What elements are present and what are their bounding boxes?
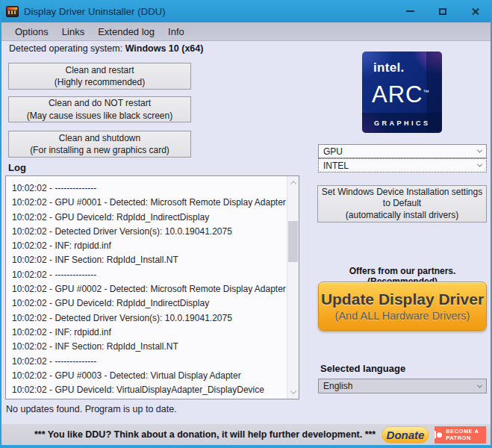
- patron-button-label: BECOME A PATRON: [446, 428, 486, 441]
- clean-shutdown-line1: Clean and shutdown: [9, 132, 190, 144]
- log-entry: 10:02:02 - INF Section: RdpIdd_Install.N…: [12, 253, 287, 267]
- log-scrollbar[interactable]: [287, 176, 299, 399]
- window-controls: ✕: [393, 0, 492, 22]
- log-entry: 10:02:02 - GPU #0001 - Detected: Microso…: [12, 196, 287, 210]
- patreon-icon: [435, 431, 443, 438]
- menu-extended-log[interactable]: Extended log: [91, 24, 161, 40]
- window-title: Display Driver Uninstaller (DDU): [24, 6, 166, 17]
- clean-no-restart-line2: (May cause issues like black screen): [9, 110, 190, 122]
- menu-info[interactable]: Info: [161, 24, 191, 40]
- clean-restart-button[interactable]: Clean and restart (Highly recommended): [8, 63, 191, 90]
- log-entry: 10:02:02 - --------------: [12, 268, 287, 282]
- log-list: 10:02:02 - --------------10:02:02 - GPU …: [6, 176, 287, 399]
- log-entry: 10:02:02 - Detected Driver Version(s): 1…: [12, 225, 287, 239]
- detected-os-line: Detected operating system: Windows 10 (x…: [9, 43, 203, 54]
- chevron-down-icon: [477, 148, 482, 153]
- settings-line2: to Default: [318, 198, 486, 210]
- clean-no-restart-button[interactable]: Clean and do NOT restart (May cause issu…: [8, 96, 191, 122]
- log-entry: 10:02:02 - GPU DeviceId: RdpIdd_Indirect…: [12, 211, 287, 225]
- settings-line3: (automatically install drivers): [318, 210, 486, 222]
- language-value: English: [323, 381, 352, 391]
- device-type-value: GPU: [323, 146, 343, 157]
- log-entry: 10:02:02 - INF: rdpidd.inf: [12, 239, 287, 253]
- vendor-value: INTEL: [323, 161, 349, 171]
- device-type-select[interactable]: GPU: [318, 144, 487, 158]
- log-entry: 10:02:02 - GPU #0003 - Detected: Virtual…: [12, 369, 287, 383]
- scroll-up-icon[interactable]: [287, 177, 299, 189]
- menu-links[interactable]: Links: [55, 24, 91, 40]
- update-status-text: No updates found. Program is up to date.: [6, 404, 177, 414]
- arc-trademark: ™: [423, 89, 429, 96]
- close-icon: ✕: [471, 6, 481, 17]
- detected-os-label: Detected operating system:: [9, 43, 125, 54]
- log-entry: 10:02:02 - INF: rdpidd.inf: [12, 326, 287, 340]
- log-entry: 10:02:02 - GPU DeviceId: VirtualDisplayA…: [12, 383, 287, 397]
- log-entry: 10:02:02 - GPU #0002 - Detected: Microso…: [12, 282, 287, 296]
- arc-graphics-text: GRAPHICS: [374, 119, 431, 127]
- vendor-select[interactable]: INTEL: [318, 158, 487, 172]
- clean-restart-line2: (Highly recommended): [9, 76, 190, 88]
- intel-arc-logo: intel. ARC™ GRAPHICS: [362, 52, 442, 133]
- app-window: Display Driver Uninstaller (DDU) ✕ Optio…: [0, 0, 492, 448]
- menu-options[interactable]: Options: [8, 24, 55, 40]
- clean-shutdown-line2: (For installing a new graphics card): [9, 144, 190, 156]
- log-entry: 10:02:02 - --------------: [12, 355, 287, 369]
- update-button-line1: Update Display Driver: [321, 290, 484, 308]
- arc-product-text: ARC™: [372, 81, 429, 108]
- clean-restart-line1: Clean and restart: [9, 64, 190, 76]
- clean-shutdown-button[interactable]: Clean and shutdown (For installing a new…: [8, 131, 191, 158]
- maximize-icon: [439, 8, 446, 15]
- scroll-down-icon[interactable]: [287, 386, 299, 398]
- donation-message: *** You like DDU? Think about a donation…: [34, 429, 376, 440]
- menu-bar: Options Links Extended log Info: [1, 22, 491, 41]
- update-display-driver-button[interactable]: Update Display Driver (And ALL Hardware …: [318, 281, 487, 331]
- log-label: Log: [8, 162, 26, 173]
- chevron-down-icon: [477, 382, 482, 388]
- log-entry: 10:02:02 - Detected Driver Version(s): 1…: [12, 311, 287, 326]
- app-icon: [6, 6, 19, 17]
- detected-os-value: Windows 10 (x64): [125, 43, 204, 54]
- title-bar: Display Driver Uninstaller (DDU) ✕: [0, 0, 492, 22]
- log-entry: 10:02:02 - GPU DeviceId: RdpIdd_Indirect…: [12, 296, 287, 311]
- scrollbar-thumb[interactable]: [288, 221, 298, 262]
- close-button[interactable]: ✕: [459, 0, 492, 22]
- donate-button[interactable]: Donate: [382, 426, 429, 444]
- device-installation-settings-button[interactable]: Set Windows Device Installation settings…: [317, 185, 487, 223]
- chevron-down-icon: [477, 162, 482, 167]
- clean-no-restart-line1: Clean and do NOT restart: [9, 97, 190, 109]
- log-entry: 10:02:02 - --------------: [12, 181, 287, 196]
- settings-line1: Set Windows Device Installation settings: [318, 187, 486, 199]
- become-patron-button[interactable]: BECOME A PATRON: [435, 426, 486, 444]
- language-select[interactable]: English: [318, 379, 487, 393]
- intel-brand-text: intel.: [373, 60, 404, 75]
- log-entry: 10:02:02 - INF Section: RdpIdd_Install.N…: [12, 340, 287, 354]
- language-label: Selected language: [320, 363, 405, 374]
- minimize-button[interactable]: [393, 0, 426, 22]
- maximize-button[interactable]: [426, 0, 459, 22]
- minimize-icon: [406, 10, 414, 12]
- donation-bar: *** You like DDU? Think about a donation…: [1, 424, 491, 445]
- log-box: 10:02:02 - --------------10:02:02 - GPU …: [5, 175, 299, 399]
- update-button-line2: (And ALL Hardware Drivers): [335, 310, 470, 322]
